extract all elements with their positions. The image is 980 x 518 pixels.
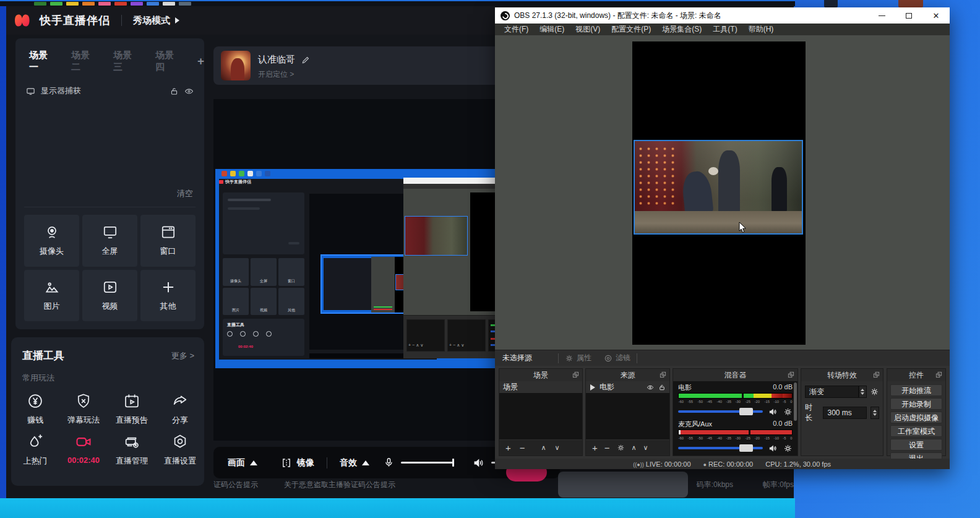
- tool-live-preview[interactable]: 直播预告: [108, 392, 156, 426]
- popout-icon[interactable]: [935, 371, 942, 378]
- meter-scale-tick: -10: [774, 436, 779, 439]
- source-list-item[interactable]: 电影: [586, 381, 669, 393]
- add-source-icon[interactable]: +: [592, 443, 598, 452]
- tool-recording-timer[interactable]: 00:02:40: [59, 433, 108, 467]
- microphone-icon[interactable]: [383, 457, 395, 468]
- tab-scene-3[interactable]: 场景三: [113, 50, 138, 73]
- obs-control-button[interactable]: 开始录制: [890, 398, 942, 410]
- properties-button[interactable]: 属性: [565, 353, 591, 363]
- move-up-icon[interactable]: ∧: [541, 444, 546, 451]
- obs-menu-item[interactable]: 编辑(E): [534, 24, 570, 35]
- move-down-icon[interactable]: ∨: [555, 444, 560, 451]
- window-icon: [160, 224, 176, 240]
- obs-menu-item[interactable]: 帮助(H): [743, 24, 780, 35]
- app-title: 快手直播伴侣: [40, 13, 110, 28]
- status-metric: 帧率:0fps: [763, 480, 794, 490]
- status-text: 证码公告提示: [213, 480, 258, 490]
- source-properties-gear-icon[interactable]: [617, 444, 625, 452]
- sources-dock-title: 来源: [621, 370, 635, 381]
- duration-spinner[interactable]: [870, 407, 879, 419]
- tool-earn-money[interactable]: 赚钱: [11, 392, 59, 426]
- movie-source-selected[interactable]: [634, 140, 803, 235]
- sound-menu[interactable]: 音效: [340, 457, 357, 468]
- add-image-button[interactable]: 图片: [24, 270, 79, 322]
- more-link[interactable]: 更多 >: [171, 350, 194, 361]
- video-play-icon: [102, 279, 118, 295]
- mixer-scrollbar[interactable]: [794, 382, 797, 421]
- screen-menu-arrow-icon[interactable]: [250, 460, 257, 465]
- add-camera-button[interactable]: 摄像头: [24, 215, 79, 267]
- filters-button[interactable]: 滤镜: [604, 353, 630, 363]
- tab-scene-4[interactable]: 场景四: [155, 50, 180, 73]
- obs-preview-canvas[interactable]: [632, 41, 806, 345]
- screen-menu[interactable]: 画面: [228, 457, 245, 468]
- remove-source-icon[interactable]: −: [604, 443, 610, 452]
- add-video-button[interactable]: 视频: [82, 270, 137, 322]
- obs-control-button[interactable]: 工作室模式: [890, 425, 942, 437]
- sound-menu-arrow-icon[interactable]: [362, 460, 369, 465]
- obs-control-button[interactable]: 启动虚拟摄像机: [890, 412, 942, 423]
- tool-live-manage[interactable]: 直播管理: [108, 433, 156, 467]
- mode-arrow-icon[interactable]: [175, 17, 179, 24]
- scene-list-item[interactable]: 场景: [499, 381, 582, 393]
- mirror-icon[interactable]: [281, 457, 292, 468]
- tab-scene-2[interactable]: 场景二: [71, 50, 96, 73]
- add-other-button[interactable]: 其他: [140, 270, 196, 322]
- unlock-icon[interactable]: [658, 384, 666, 391]
- maximize-button[interactable]: [895, 7, 922, 24]
- channel-gear-icon[interactable]: [783, 407, 793, 417]
- volume-slider[interactable]: [678, 410, 763, 413]
- mirror-button[interactable]: 镜像: [297, 457, 314, 468]
- clear-button[interactable]: 清空: [177, 188, 193, 199]
- meter-scale-tick: -55: [688, 436, 693, 439]
- calendar-play-icon: [123, 392, 140, 410]
- meter-scale-tick: -5: [783, 436, 786, 439]
- tool-live-settings[interactable]: 直播设置: [156, 433, 204, 467]
- meter-scale-tick: -50: [697, 436, 702, 439]
- filters-icon: [604, 354, 612, 363]
- unlock-icon[interactable]: [170, 87, 179, 96]
- duration-field[interactable]: 300 ms: [823, 407, 867, 419]
- speaker-icon[interactable]: [768, 407, 778, 417]
- obs-menu-item[interactable]: 工具(T): [707, 24, 742, 35]
- add-scene-icon[interactable]: +: [505, 443, 511, 452]
- add-window-button[interactable]: 窗口: [140, 215, 196, 267]
- add-scene-button[interactable]: +: [197, 58, 204, 64]
- mic-volume-slider[interactable]: [401, 462, 454, 464]
- obs-control-button[interactable]: 开始推流: [890, 384, 942, 396]
- scenes-toolbar: + − ∧ ∨: [499, 439, 582, 455]
- speaker-icon[interactable]: [473, 457, 485, 469]
- popout-icon[interactable]: [660, 371, 666, 378]
- obs-menu-item[interactable]: 配置文件(P): [606, 24, 656, 35]
- volume-slider[interactable]: [678, 447, 763, 449]
- popout-icon[interactable]: [873, 371, 880, 378]
- transition-select-spinner[interactable]: [859, 386, 867, 398]
- enable-location-link[interactable]: 开启定位 >: [258, 69, 294, 80]
- tool-share[interactable]: 分享: [156, 392, 204, 426]
- channel-gear-icon[interactable]: [783, 444, 793, 453]
- obs-menu-item[interactable]: 视图(V): [570, 24, 606, 35]
- add-fullscreen-button[interactable]: 全屏: [82, 215, 137, 267]
- move-down-icon[interactable]: ∨: [643, 444, 648, 451]
- mode-switcher[interactable]: 秀场模式: [133, 15, 170, 27]
- obs-menu-item[interactable]: 文件(F): [499, 24, 534, 35]
- move-up-icon[interactable]: ∧: [632, 444, 637, 451]
- popout-icon[interactable]: [572, 371, 579, 378]
- transition-gear-icon[interactable]: [870, 387, 879, 397]
- source-item-display-capture[interactable]: 显示器捕获: [25, 85, 194, 97]
- obs-control-button[interactable]: 设置: [890, 439, 942, 451]
- obs-title-bar[interactable]: OBS 27.1.3 (32-bit, windows) - 配置文件: 未命名…: [495, 7, 950, 24]
- visibility-eye-icon[interactable]: [184, 87, 194, 96]
- minimize-button[interactable]: [868, 7, 895, 24]
- tab-scene-1[interactable]: 场景一: [29, 50, 54, 73]
- obs-menu-item[interactable]: 场景集合(S): [656, 24, 707, 35]
- tool-danmaku-play[interactable]: 弹幕玩法: [59, 392, 108, 426]
- close-button[interactable]: ✕: [922, 7, 950, 24]
- speaker-icon[interactable]: [768, 444, 778, 453]
- visibility-eye-icon[interactable]: [646, 384, 655, 391]
- tool-trending[interactable]: 上热门: [11, 433, 59, 467]
- transition-select[interactable]: 渐变: [805, 386, 859, 398]
- popout-icon[interactable]: [788, 371, 794, 378]
- remove-scene-icon[interactable]: −: [520, 443, 525, 452]
- edit-pencil-icon[interactable]: [301, 56, 310, 64]
